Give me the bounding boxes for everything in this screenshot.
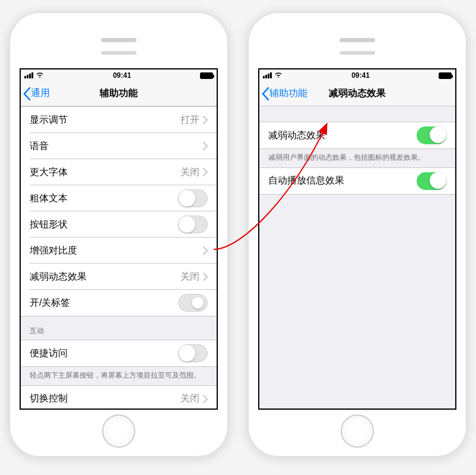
row-bold-text[interactable]: 粗体文本 xyxy=(21,185,217,211)
row-label: 按钮形状 xyxy=(30,218,178,231)
chevron-left-icon xyxy=(262,87,269,100)
wifi-icon xyxy=(274,71,283,80)
battery-icon xyxy=(200,72,213,79)
row-auto-play-effects[interactable]: 自动播放信息效果 xyxy=(259,168,455,194)
settings-list-1: 减弱动态效果 xyxy=(259,122,455,149)
row-larger-text[interactable]: 更大字体 关闭 xyxy=(21,159,217,185)
phone-right: 09:41 辅助功能 减弱动态效果 减弱动态效果 减弱用户界面的动态效果，包括图… xyxy=(247,12,467,457)
section-header-interaction: 互动 xyxy=(21,316,217,340)
row-reduce-motion[interactable]: 减弱动态效果 关闭 xyxy=(21,264,217,290)
reduce-motion-toggle[interactable] xyxy=(417,126,446,144)
auto-play-effects-toggle[interactable] xyxy=(417,172,446,190)
row-speech[interactable]: 语音 xyxy=(21,133,217,159)
spacer xyxy=(259,106,455,122)
row-reachability[interactable]: 便捷访问 xyxy=(21,340,217,366)
row-label: 粗体文本 xyxy=(30,192,178,205)
status-right xyxy=(439,72,452,79)
screen-left: 09:41 通用 辅助功能 显示调节 打开 语音 更大字体 xyxy=(20,68,218,410)
settings-list-2: 自动播放信息效果 xyxy=(259,167,455,195)
row-label: 切换控制 xyxy=(30,392,180,405)
status-left xyxy=(263,71,283,80)
battery-icon xyxy=(439,72,452,79)
back-label: 辅助功能 xyxy=(269,87,307,100)
row-value: 关闭 xyxy=(180,392,199,405)
row-button-shapes[interactable]: 按钮形状 xyxy=(21,211,217,238)
phone-sensor xyxy=(339,51,375,55)
nav-bar: 辅助功能 减弱动态效果 xyxy=(259,81,455,106)
button-shapes-toggle[interactable] xyxy=(178,216,208,233)
signal-icon xyxy=(24,72,33,78)
wifi-icon xyxy=(36,71,44,80)
bold-text-toggle[interactable] xyxy=(178,189,208,207)
row-display-accommodations[interactable]: 显示调节 打开 xyxy=(21,107,217,133)
screen-right: 09:41 辅助功能 减弱动态效果 减弱动态效果 减弱用户界面的动态效果，包括图… xyxy=(258,68,456,410)
phone-speaker xyxy=(339,38,375,42)
status-time: 09:41 xyxy=(113,71,131,80)
chevron-right-icon xyxy=(203,168,208,176)
chevron-left-icon xyxy=(23,87,31,100)
phone-speaker xyxy=(101,38,137,42)
nav-bar: 通用 辅助功能 xyxy=(21,81,217,106)
chevron-right-icon xyxy=(203,395,208,403)
back-button[interactable]: 通用 xyxy=(21,87,50,100)
row-label: 开/关标签 xyxy=(30,297,178,309)
status-time: 09:41 xyxy=(351,71,370,80)
chevron-right-icon xyxy=(203,273,208,281)
status-left xyxy=(24,71,44,80)
row-increase-contrast[interactable]: 增强对比度 xyxy=(21,238,217,264)
row-value: 关闭 xyxy=(180,166,199,179)
page-title: 辅助功能 xyxy=(100,87,138,100)
section-footer-reduce-motion: 减弱用户界面的动态效果，包括图标的视差效果。 xyxy=(259,149,455,167)
row-label: 自动播放信息效果 xyxy=(268,175,417,187)
chevron-right-icon xyxy=(203,116,208,124)
page-title: 减弱动态效果 xyxy=(329,87,386,100)
row-label: 语音 xyxy=(30,140,203,153)
row-value: 关闭 xyxy=(180,271,199,283)
row-label: 显示调节 xyxy=(30,114,180,126)
status-bar: 09:41 xyxy=(259,69,455,81)
back-button[interactable]: 辅助功能 xyxy=(259,87,307,100)
row-value: 打开 xyxy=(180,114,199,126)
home-button[interactable] xyxy=(341,414,374,448)
back-label: 通用 xyxy=(31,87,50,100)
settings-list-3: 切换控制 关闭 AssistiveTouch 关闭 xyxy=(21,385,217,410)
row-switch-control[interactable]: 切换控制 关闭 xyxy=(21,386,217,410)
row-label: 减弱动态效果 xyxy=(30,271,180,283)
row-label: 增强对比度 xyxy=(30,245,203,257)
reachability-toggle[interactable] xyxy=(178,344,208,362)
settings-list-2: 便捷访问 xyxy=(21,340,217,367)
row-label: 减弱动态效果 xyxy=(268,129,417,142)
row-on-off-labels[interactable]: 开/关标签 xyxy=(21,290,217,316)
signal-icon xyxy=(263,72,272,78)
phone-left: 09:41 通用 辅助功能 显示调节 打开 语音 更大字体 xyxy=(9,12,229,457)
status-bar: 09:41 xyxy=(21,69,217,81)
on-off-labels-toggle[interactable] xyxy=(178,294,208,312)
row-reduce-motion[interactable]: 减弱动态效果 xyxy=(259,122,455,148)
row-label: 更大字体 xyxy=(30,166,180,179)
settings-list-1: 显示调节 打开 语音 更大字体 关闭 粗体文本 按钮形状 xyxy=(21,106,217,316)
chevron-right-icon xyxy=(203,142,208,150)
chevron-right-icon xyxy=(203,246,208,255)
section-footer-reachability: 轻点两下主屏幕按钮，将屏幕上方项目拉至可及范围。 xyxy=(21,367,217,385)
home-button[interactable] xyxy=(102,414,135,448)
row-label: 便捷访问 xyxy=(30,347,178,360)
status-right xyxy=(200,72,213,79)
phone-sensor xyxy=(101,51,137,55)
